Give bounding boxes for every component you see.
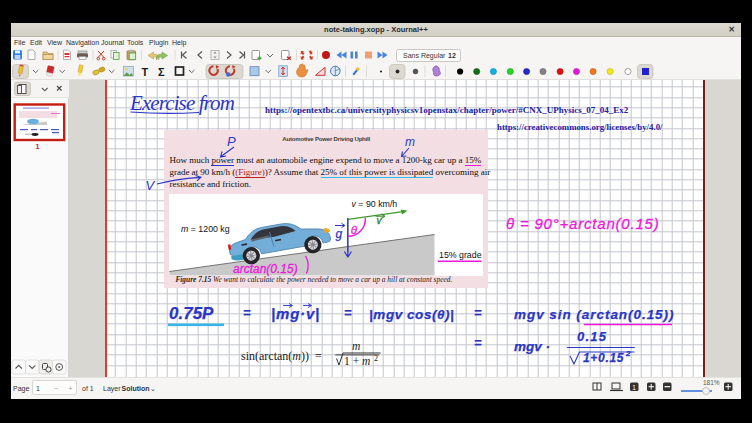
svg-text:V: V	[146, 178, 156, 193]
svg-text:=: =	[243, 305, 251, 320]
svg-text:0.15: 0.15	[577, 329, 607, 344]
svg-text:g: g	[336, 227, 343, 241]
svg-text:|mg·v|: |mg·v|	[271, 305, 320, 322]
svg-text:=: =	[474, 335, 482, 350]
svg-text:0.75P: 0.75P	[169, 304, 214, 323]
svg-text:P: P	[227, 134, 236, 149]
svg-text:θ = 90°+arctan(0.15): θ = 90°+arctan(0.15)	[506, 215, 660, 232]
svg-text:181%: 181%	[703, 379, 720, 386]
svg-text:T: T	[142, 66, 149, 78]
svg-text:12: 12	[448, 52, 456, 59]
svg-text:1: 1	[35, 142, 40, 151]
svg-text:m: m	[405, 135, 415, 149]
svg-text:m: m	[352, 340, 360, 352]
svg-text:2: 2	[625, 349, 631, 358]
svg-text:mgv sin (arctan(0.15)): mgv sin (arctan(0.15))	[514, 307, 674, 322]
svg-text:Exercise from: Exercise from	[129, 91, 235, 115]
svg-text:Sans Regular: Sans Regular	[403, 52, 446, 60]
svg-text:arctan(0.15): arctan(0.15)	[233, 262, 298, 276]
svg-text:2: 2	[374, 354, 378, 363]
svg-text:=: =	[344, 305, 352, 320]
svg-text:mgv ·: mgv ·	[514, 339, 550, 354]
svg-text:sin(arctan(m)) =: sin(arctan(m)) =	[241, 349, 322, 363]
svg-text:1+0.15: 1+0.15	[583, 351, 624, 365]
svg-text:|mgv cos(θ)|: |mgv cos(θ)|	[369, 307, 454, 322]
svg-text:1: 1	[632, 384, 636, 391]
svg-text:1 + m: 1 + m	[344, 355, 370, 367]
svg-text:Σ: Σ	[158, 66, 165, 78]
svg-text:=: =	[474, 305, 482, 320]
